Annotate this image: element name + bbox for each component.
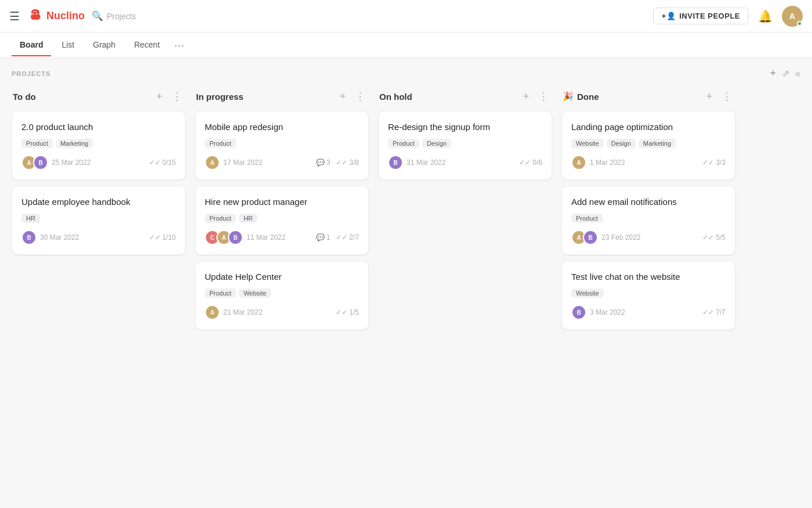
avatar-sm: B — [571, 305, 586, 320]
comment-icon: 💬 — [316, 158, 325, 167]
card-card-1[interactable]: 2.0 product launch ProductMarketing AB 2… — [12, 111, 186, 180]
card-date: 23 Feb 2022 — [601, 233, 640, 242]
card-date: 11 Mar 2022 — [246, 233, 285, 242]
tag: Product — [205, 139, 236, 148]
column-header-in-progress: In progress + ⋮ — [195, 89, 369, 104]
column-in-progress: In progress + ⋮ Mobile app redesign Prod… — [195, 89, 369, 336]
card-card-2[interactable]: Update employee handbook HR B 30 Mar 202… — [12, 186, 186, 255]
column-menu-button-done[interactable]: ⋮ — [719, 89, 734, 104]
column-add-button-on-hold[interactable]: + — [520, 89, 531, 104]
collapse-icon[interactable]: « — [795, 69, 800, 79]
card-footer: B 31 Mar 2022 ✓✓ 0/6 — [388, 155, 542, 170]
tabs-more-icon[interactable]: ⋯ — [171, 39, 188, 52]
card-title: Update Help Center — [205, 271, 359, 283]
card-title: 2.0 product launch — [21, 121, 176, 133]
card-card-8[interactable]: Add new email notifications Product AB 2… — [561, 186, 735, 255]
column-title-in-progress: In progress — [196, 92, 244, 102]
card-footer: B 3 Mar 2022 ✓✓ 7/7 — [571, 305, 726, 320]
column-header-on-hold: On hold + ⋮ — [378, 89, 552, 104]
card-title: Update employee handbook — [21, 196, 176, 208]
card-card-3[interactable]: Mobile app redesign Product A 17 Mar 202… — [195, 111, 369, 180]
card-meta: ✓✓ 5/5 — [702, 233, 726, 242]
card-footer: A 1 Mar 2022 ✓✓ 3/3 — [571, 155, 726, 170]
card-footer: AB 25 Mar 2022 ✓✓ 0/15 — [21, 155, 176, 170]
column-add-button-done[interactable]: + — [704, 89, 715, 104]
column-emoji: 🎉 — [563, 91, 574, 102]
column-menu-button-in-progress[interactable]: ⋮ — [353, 89, 368, 104]
card-meta: ✓✓ 0/15 — [149, 158, 176, 167]
card-date: 25 Mar 2022 — [52, 158, 90, 167]
search-placeholder: Projects — [107, 12, 136, 21]
search-bar[interactable]: 🔍 Projects — [92, 10, 136, 21]
tab-board[interactable]: Board — [12, 34, 51, 56]
column-done: 🎉 Done + ⋮ Landing page optimization Web… — [561, 89, 735, 336]
card-card-7[interactable]: Landing page optimization WebsiteDesignM… — [561, 111, 735, 180]
check-icon: ✓✓ — [702, 233, 714, 242]
card-avatars: A — [205, 155, 220, 170]
tag: Marketing — [639, 139, 676, 148]
svg-point-1 — [36, 13, 38, 15]
brain-icon — [27, 8, 43, 25]
column-todo: To do + ⋮ 2.0 product launch ProductMark… — [12, 89, 186, 261]
invite-people-button[interactable]: +👤 INVITE PEOPLE — [653, 8, 749, 24]
card-meta: 💬 3 ✓✓ 3/8 — [316, 158, 359, 167]
avatar-sm: B — [33, 155, 48, 170]
tag: HR — [239, 214, 258, 223]
card-footer: B 30 Mar 2022 ✓✓ 1/10 — [21, 230, 176, 245]
card-footer: CAB 11 Mar 2022 💬 1 ✓✓ 2/7 — [205, 230, 359, 245]
card-date: 1 Mar 2022 — [590, 158, 625, 167]
card-meta: ✓✓ 0/6 — [519, 158, 542, 167]
tab-list[interactable]: List — [53, 34, 82, 56]
tag: Product — [205, 214, 236, 223]
expand-icon[interactable]: ⇗ — [782, 68, 789, 79]
avatar-sm: A — [571, 155, 586, 170]
online-status-dot — [797, 21, 802, 26]
comment-count: 💬 1 — [316, 233, 331, 242]
column-add-button-todo[interactable]: + — [154, 89, 165, 104]
card-tags: ProductHR — [205, 214, 359, 223]
check-icon: ✓✓ — [702, 158, 714, 167]
card-card-6[interactable]: Re-design the signup form ProductDesign … — [378, 111, 552, 180]
hamburger-icon[interactable]: ☰ — [9, 9, 20, 23]
tag: Marketing — [56, 139, 93, 148]
card-card-5[interactable]: Update Help Center ProductWebsite A 21 M… — [195, 261, 369, 330]
check-count: ✓✓ 3/3 — [702, 158, 726, 167]
check-count: ✓✓ 2/7 — [336, 233, 359, 242]
column-header-done: 🎉 Done + ⋮ — [561, 89, 735, 104]
check-count: ✓✓ 1/5 — [336, 308, 359, 316]
column-menu-button-todo[interactable]: ⋮ — [169, 89, 184, 104]
tag: Website — [239, 289, 271, 298]
check-icon: ✓✓ — [149, 158, 161, 167]
search-icon: 🔍 — [92, 10, 103, 21]
avatar-sm: B — [583, 230, 598, 245]
card-title: Landing page optimization — [571, 121, 726, 133]
card-avatars: AB — [571, 230, 598, 245]
card-tags: HR — [21, 214, 176, 223]
comment-count: 💬 3 — [316, 158, 331, 167]
check-count: ✓✓ 7/7 — [702, 308, 726, 316]
card-card-4[interactable]: Hire new product manager ProductHR CAB 1… — [195, 186, 369, 255]
card-avatars: B — [21, 230, 37, 245]
tag: Website — [571, 289, 604, 298]
check-icon: ✓✓ — [336, 308, 347, 316]
check-count: ✓✓ 1/10 — [149, 233, 176, 242]
card-title: Re-design the signup form — [388, 121, 542, 133]
check-icon: ✓✓ — [336, 233, 347, 242]
tab-recent[interactable]: Recent — [126, 34, 168, 56]
tab-graph[interactable]: Graph — [85, 34, 124, 56]
card-avatars: A — [205, 305, 220, 320]
column-add-button-in-progress[interactable]: + — [337, 89, 348, 104]
add-column-button[interactable]: + — [770, 67, 777, 80]
card-card-9[interactable]: Test live chat on the website Website B … — [561, 261, 735, 330]
user-avatar-wrap[interactable]: A — [782, 6, 803, 27]
tag: Design — [607, 139, 636, 148]
card-tags: ProductDesign — [388, 139, 542, 148]
check-count: ✓✓ 0/15 — [149, 158, 176, 167]
notifications-bell-icon[interactable]: 🔔 — [758, 9, 773, 23]
check-icon: ✓✓ — [702, 308, 714, 316]
column-menu-button-on-hold[interactable]: ⋮ — [536, 89, 551, 104]
board: To do + ⋮ 2.0 product launch ProductMark… — [0, 84, 812, 508]
tag: HR — [21, 214, 40, 223]
card-avatars: B — [571, 305, 586, 320]
check-count: ✓✓ 0/6 — [519, 158, 542, 167]
